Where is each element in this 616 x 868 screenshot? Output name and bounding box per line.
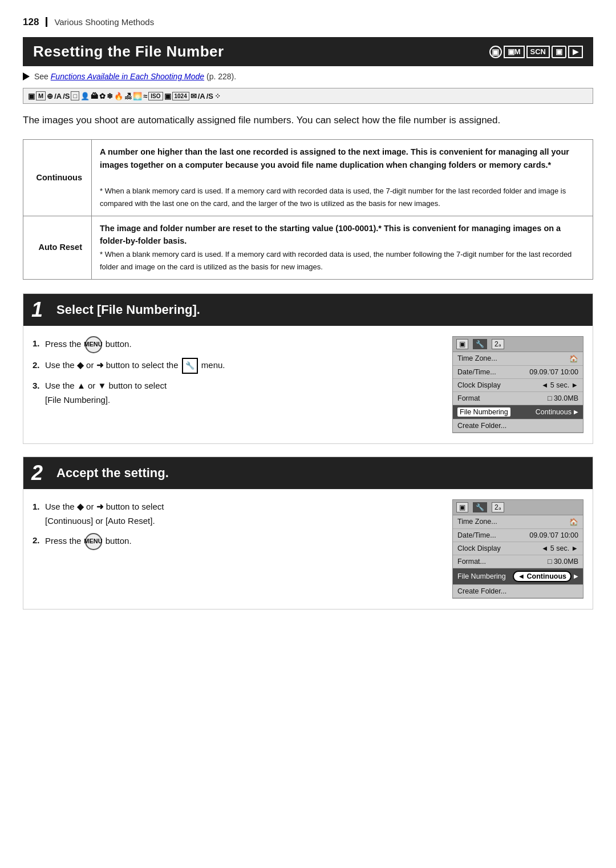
- cam-icon-1024: 1024: [172, 92, 189, 100]
- step2-li1-text: Use the ◆ or ➜ button to select [Continu…: [45, 499, 164, 528]
- cam-icon-flower: ✿: [99, 92, 106, 100]
- step1-li1-num: 1.: [33, 336, 42, 351]
- cam-menu-row-datetime1: Date/Time... 09.09.'07 10:00: [453, 366, 583, 379]
- step2-title: Accept the setting.: [56, 466, 169, 481]
- step2-li2-text: Press the MENU button.: [45, 533, 132, 550]
- label-autoreset: Auto Reset: [23, 216, 92, 279]
- home-icon-1: 🏠: [569, 354, 578, 363]
- step1-section: 1 Select [File Numbering]. 1. Press the …: [23, 293, 593, 444]
- cam-icon-fire: 🔥: [114, 92, 123, 100]
- cam-icon-s: /S: [63, 92, 70, 100]
- mode-icons-row: ▣ ▣M SCN ▣ ▶: [489, 46, 583, 58]
- step1-li2-text: Use the ◆ or ➜ button to select the 🔧 me…: [45, 358, 225, 374]
- cam-tab-icon-settings2: 🔧: [473, 502, 487, 512]
- see-functions-arrow-icon: [23, 72, 30, 80]
- cam-menu-row-datetime2: Date/Time... 09.09.'07 10:00: [453, 529, 583, 542]
- mode-icon-cam: ▣: [552, 46, 566, 58]
- cam-menu-body-1: Time Zone... 🏠 Date/Time... 09.09.'07 10…: [453, 352, 583, 433]
- cam-menu-row-filenumber2: File Numbering ◄ Continuous ▶: [453, 568, 583, 585]
- step2-instruction-1: 1. Use the ◆ or ➜ button to select [Cont…: [33, 499, 441, 528]
- step1-li3-num: 3.: [33, 378, 42, 393]
- mode-icon-om: ▣M: [504, 46, 525, 58]
- cam-icon-snow: ❄: [107, 92, 113, 100]
- cam-icon-portrait: 👤: [80, 92, 90, 100]
- home-icon-2: 🏠: [569, 518, 578, 526]
- arrow-right-continuous: ▶: [574, 573, 578, 579]
- section-heading: Resetting the File Number: [33, 43, 224, 60]
- mode-icon-scn: SCN: [526, 46, 550, 58]
- step1-body: 1. Press the MENU button. 2. Use the ◆ o…: [23, 326, 593, 443]
- info-table: Continuous A number one higher than the …: [23, 139, 593, 279]
- cam-icon-a: /A: [54, 92, 62, 100]
- cam-tab-icon-2a1: 2ₐ: [492, 339, 504, 349]
- content-continuous: A number one higher than the last one re…: [92, 140, 593, 216]
- step1-li3-text: Use the ▲ or ▼ button to select[File Num…: [45, 378, 167, 407]
- cam-icon-iso: ISO: [148, 92, 163, 100]
- page-header-title: Various Shooting Methods: [54, 17, 154, 27]
- cam-menu-body-2: Time Zone... 🏠 Date/Time... 09.09.'07 10…: [453, 515, 583, 598]
- cam-menu-top-2: ▣ 🔧 2ₐ: [453, 500, 583, 515]
- step2-li2-num: 2.: [33, 533, 42, 548]
- step1-instructions: 1. Press the MENU button. 2. Use the ◆ o…: [33, 336, 441, 412]
- label-continuous: Continuous: [23, 140, 92, 216]
- cam-menu-row-clock2: Clock Display ◄ 5 sec. ►: [453, 542, 583, 555]
- step2-header: 2 Accept the setting.: [23, 457, 593, 489]
- mode-icon-auto: ▣: [489, 46, 502, 58]
- mode-icon-play: ▶: [568, 46, 583, 58]
- step1-instruction-3: 3. Use the ▲ or ▼ button to select[File …: [33, 378, 441, 407]
- page-number: 128: [23, 17, 47, 27]
- cam-menu-row-timezone2: Time Zone... 🏠: [453, 515, 583, 529]
- step2-body: 1. Use the ◆ or ➜ button to select [Cont…: [23, 489, 593, 609]
- continuous-note-text: * When a blank memory card is used. If a…: [100, 187, 566, 208]
- autoreset-bold-text: The image and folder number are reset to…: [100, 224, 561, 245]
- step2-number: 2: [31, 463, 48, 483]
- page-container: 128 Various Shooting Methods Resetting t…: [0, 0, 616, 868]
- see-functions-text: See Functions Available in Each Shooting…: [34, 72, 236, 81]
- menu-button-1[interactable]: MENU: [85, 336, 102, 353]
- cam-icon-beach: 🏖: [124, 92, 132, 100]
- cam-icon-dots: ⁘: [214, 92, 221, 100]
- cam-tab-icon-settings1: 🔧: [473, 339, 487, 349]
- cam-icon-landscape: 🏔: [91, 92, 98, 100]
- section-title-bar: Resetting the File Number ▣ ▣M SCN ▣ ▶: [23, 37, 593, 66]
- functions-link[interactable]: Functions Available in Each Shooting Mod…: [51, 72, 204, 81]
- content-autoreset: The image and folder number are reset to…: [92, 216, 593, 279]
- table-row-autoreset: Auto Reset The image and folder number a…: [23, 216, 593, 279]
- cam-tab-icon-auto1: ▣: [456, 339, 468, 349]
- cam-icon-film: ▣: [164, 92, 171, 100]
- cam-icon-box1: □: [71, 91, 79, 100]
- cam-icon-1: ▣: [28, 92, 35, 100]
- menu-button-2[interactable]: MENU: [85, 533, 102, 550]
- step1-li1-text: Press the MENU button.: [45, 336, 132, 353]
- step1-title: Select [File Numbering].: [56, 302, 200, 317]
- camera-icons-strip: ▣ M ⊕ /A /S □ 👤 🏔 ✿ ❄ 🔥 🏖 🌅 ≈ ISO ▣ 1024…: [23, 88, 593, 104]
- cam-icon-phi: ⊕: [47, 92, 53, 100]
- continuous-bold-text: A number one higher than the last one re…: [100, 147, 569, 169]
- cam-menu-top-1: ▣ 🔧 2ₐ: [453, 337, 583, 352]
- intro-text: The images you shoot are automatically a…: [23, 113, 593, 128]
- cam-tab-icon-auto2: ▣: [456, 502, 468, 512]
- cam-menu-row-createfolder2: Create Folder...: [453, 585, 583, 598]
- cam-icon-sunset: 🌅: [133, 92, 142, 100]
- autoreset-note-text: * When a blank memory card is used. If a…: [100, 250, 572, 271]
- cam-icon-a2: /A: [198, 92, 205, 100]
- step2-instructions: 1. Use the ◆ or ➜ button to select [Cont…: [33, 499, 441, 555]
- cam-menu-row-format1: Format □ 30.0MB: [453, 392, 583, 405]
- table-row-continuous: Continuous A number one higher than the …: [23, 140, 593, 216]
- see-functions: See Functions Available in Each Shooting…: [23, 72, 593, 81]
- cam-menu-row-format2: Format... □ 30.0MB: [453, 555, 583, 568]
- step2-li1-num: 1.: [33, 499, 42, 514]
- step2-section: 2 Accept the setting. 1. Use the ◆ or ➜ …: [23, 457, 593, 609]
- step1-header: 1 Select [File Numbering].: [23, 294, 593, 326]
- step1-menu-screenshot: ▣ 🔧 2ₐ Time Zone... 🏠 Date/Time... 09.09…: [452, 336, 583, 433]
- cam-menu-row-createfolder1: Create Folder...: [453, 419, 583, 433]
- page-header: 128 Various Shooting Methods: [23, 17, 593, 27]
- step2-menu-screenshot: ▣ 🔧 2ₐ Time Zone... 🏠 Date/Time... 09.09…: [452, 499, 583, 599]
- cam-icon-envelope: ✉: [191, 92, 197, 100]
- cam-icon-s2: /S: [206, 92, 213, 100]
- cam-menu-row-filenumber1: File Numbering Continuous ▶: [453, 405, 583, 419]
- step1-li2-num: 2.: [33, 358, 42, 373]
- step1-number: 1: [31, 300, 48, 320]
- continuous-oval: ◄ Continuous: [513, 571, 572, 582]
- cam-icon-m: M: [36, 91, 46, 100]
